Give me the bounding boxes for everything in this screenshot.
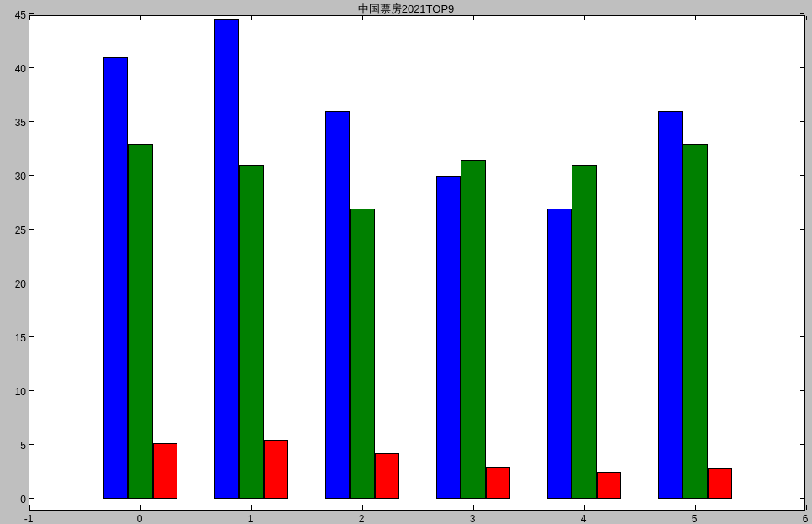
bar-series1-1	[214, 19, 239, 499]
xtick--1: -1	[24, 513, 34, 524]
xtickmark-4	[584, 505, 585, 510]
ytickmark-right-45	[800, 13, 804, 14]
xtickmark-top-3	[473, 16, 474, 20]
xtickmark-0	[140, 505, 141, 510]
bar-series1-0	[103, 57, 128, 499]
ytick-10: 10	[3, 386, 26, 398]
xtickmark-3	[473, 505, 474, 510]
xtickmark-top-2	[362, 16, 363, 20]
ytickmark-30	[29, 175, 34, 176]
ytickmark-right-15	[800, 336, 804, 337]
xtickmark-6	[806, 505, 807, 510]
bar-series2-2	[350, 209, 374, 500]
bar-series3-4	[597, 472, 621, 499]
xtick-6: 6	[803, 513, 809, 524]
xtick-4: 4	[581, 513, 587, 524]
bar-series1-3	[436, 176, 461, 499]
ytickmark-20	[29, 283, 34, 283]
ytick-0: 0	[3, 494, 26, 505]
ytick-20: 20	[3, 278, 26, 290]
xtickmark-1	[251, 505, 252, 510]
bar-series3-3	[486, 467, 510, 499]
ytickmark-right-20	[800, 283, 804, 283]
ytickmark-right-40	[800, 67, 804, 68]
xtickmark-top--1	[29, 16, 30, 20]
ytick-45: 45	[3, 9, 26, 21]
figure: 中国票房2021TOP9 051015202530354045-10123456	[0, 0, 812, 524]
xtick-2: 2	[359, 513, 365, 524]
ytick-35: 35	[3, 117, 26, 129]
ytickmark-45	[29, 13, 34, 14]
bar-series2-1	[239, 165, 263, 499]
ytickmark-35	[29, 121, 34, 122]
ytickmark-15	[29, 336, 34, 337]
ytickmark-right-10	[800, 390, 804, 391]
ytick-15: 15	[3, 332, 26, 344]
xtickmark-top-6	[806, 16, 807, 20]
ytick-30: 30	[3, 171, 26, 183]
bar-series3-2	[375, 453, 399, 499]
xtick-0: 0	[137, 513, 143, 524]
bar-series3-5	[708, 468, 732, 499]
ytick-40: 40	[3, 63, 26, 75]
xtickmark-top-0	[140, 16, 141, 20]
xtick-1: 1	[248, 513, 254, 524]
xtickmark-top-4	[584, 16, 585, 20]
ytick-5: 5	[3, 440, 26, 452]
ytickmark-right-5	[800, 444, 804, 445]
bar-series3-0	[153, 443, 177, 500]
bar-series1-4	[547, 209, 572, 500]
xtickmark-top-5	[695, 16, 696, 20]
xtickmark-2	[362, 505, 363, 510]
bar-series1-5	[658, 111, 683, 499]
bars-layer	[29, 16, 804, 510]
plot-area	[29, 15, 805, 511]
ytickmark-right-25	[800, 229, 804, 230]
ytick-25: 25	[3, 225, 26, 236]
ytickmark-right-30	[800, 175, 804, 176]
bar-series2-5	[683, 144, 707, 500]
bar-series2-0	[128, 144, 152, 500]
ytickmark-40	[29, 67, 34, 68]
ytickmark-0	[29, 498, 34, 499]
bar-series2-3	[461, 160, 485, 499]
ytickmark-10	[29, 390, 34, 391]
xtick-5: 5	[692, 513, 698, 524]
xtickmark--1	[29, 505, 30, 510]
bar-series3-1	[264, 440, 288, 499]
xtick-3: 3	[470, 513, 476, 524]
ytickmark-right-0	[800, 498, 804, 499]
ytickmark-right-35	[800, 121, 804, 122]
xtickmark-5	[695, 505, 696, 510]
bar-series1-2	[325, 111, 350, 499]
ytickmark-25	[29, 229, 34, 230]
ytickmark-5	[29, 444, 34, 445]
bar-series2-4	[572, 165, 596, 499]
xtickmark-top-1	[251, 16, 252, 20]
